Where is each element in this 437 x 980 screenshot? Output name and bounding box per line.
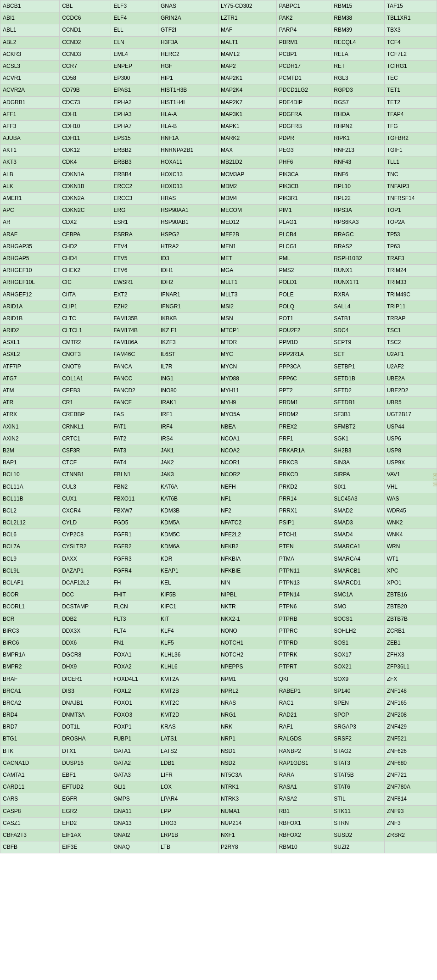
gene-cell: CTCF <box>60 457 111 469</box>
gene-cell: PHF6 <box>276 156 331 168</box>
gene-cell: PRKCD <box>276 469 331 481</box>
gene-cell: RASA1 <box>276 781 331 793</box>
table-row: CBFA2T3EIF1AXGNAI2LRP1BNXF1RBFOX2SUSD2ZR… <box>0 829 437 841</box>
gene-cell: ZNF165 <box>384 697 437 709</box>
gene-cell: BRD7 <box>0 721 60 733</box>
gene-cell: ZNF3 <box>384 817 437 829</box>
gene-cell: ESR1 <box>111 217 158 228</box>
gene-cell: HOXC13 <box>158 168 218 180</box>
table-row: ABL2CCND2ELNH3F3AMALT1PBRM1RECQL4TCF4 <box>0 36 437 48</box>
gene-cell: DNMT3A <box>60 709 111 721</box>
gene-cell: CASP8 <box>0 805 60 817</box>
gene-cell: CDK4 <box>60 156 111 168</box>
gene-cell: PDGFRB <box>276 120 331 132</box>
gene-cell: SEPT9 <box>331 337 384 349</box>
gene-cell: NSD1 <box>218 745 276 757</box>
gene-cell: KLHL36 <box>158 649 218 661</box>
gene-cell: IRF1 <box>158 409 218 421</box>
table-row: ACSL3CCR7ENPEPHGFMAP2PCDH17RETTCIRG1 <box>0 60 437 72</box>
gene-cell: BCR <box>0 613 60 625</box>
gene-cell: ARHGAP35 <box>0 240 60 252</box>
gene-cell: CLTC <box>60 312 111 324</box>
gene-cell: IKBKB <box>158 312 218 324</box>
gene-cell: CDK12 <box>60 145 111 156</box>
gene-cell: POT1 <box>276 312 331 324</box>
gene-cell: ZNF93 <box>384 805 437 817</box>
gene-cell: CBFA2T3 <box>0 829 60 841</box>
gene-cell: COL1A1 <box>60 373 111 384</box>
gene-cell: AKT1 <box>0 145 60 156</box>
gene-cell: ZNF626 <box>384 745 437 757</box>
gene-cell: RAC1 <box>276 697 331 709</box>
gene-cell: AR <box>0 217 60 228</box>
gene-cell: PBRM1 <box>276 36 331 48</box>
gene-cell: U2AF1 <box>384 349 437 361</box>
gene-cell: MCM3AP <box>218 168 276 180</box>
table-row: ARHGAP5CHD4ETV5ID3METPMLRSPH10B2TRAF3 <box>0 252 437 264</box>
gene-cell: ARID1B <box>0 312 60 324</box>
table-row: ABCB1CBLELF3GNASLY75-CD302PABPC1RBM15TAF… <box>0 0 437 12</box>
gene-cell: ACKR3 <box>0 48 60 60</box>
gene-cell: USP6 <box>384 433 437 445</box>
gene-cell: PTCH1 <box>276 529 331 541</box>
gene-cell: STK11 <box>331 805 384 817</box>
gene-cell: PSIP1 <box>276 517 331 529</box>
gene-cell: ETV5 <box>111 252 158 264</box>
gene-cell: ERBB2 <box>111 145 158 156</box>
gene-cell: CD58 <box>60 72 111 84</box>
gene-cell: IRF4 <box>158 421 218 433</box>
gene-cell: INO80 <box>158 385 218 397</box>
gene-cell: RUNX1 <box>331 265 384 277</box>
gene-cell: USP44 <box>384 421 437 433</box>
gene-cell: FANCD2 <box>111 385 158 397</box>
gene-cell: CHD4 <box>60 252 111 264</box>
gene-cell: FLT3 <box>111 613 158 625</box>
gene-cell: SIRPA <box>331 469 384 481</box>
gene-cell: MYH11 <box>218 385 276 397</box>
gene-cell: BCLAF1 <box>0 577 60 589</box>
table-row: BCLAF1DCAF12L2FHKELNINPTPN13SMARCD1XPO1 <box>0 577 437 589</box>
gene-cell: CPEB3 <box>60 385 111 397</box>
gene-cell: DHX9 <box>60 661 111 673</box>
gene-cell: CLTCL1 <box>60 325 111 337</box>
gene-cell: MYO5A <box>218 409 276 421</box>
gene-cell: RALGDS <box>276 733 331 745</box>
gene-cell: ERBB4 <box>111 168 158 180</box>
gene-cell: RBM39 <box>331 24 384 36</box>
gene-cell: FAM186A <box>111 337 158 349</box>
gene-cell: LATS1 <box>158 733 218 745</box>
gene-cell: ASXL1 <box>0 337 60 349</box>
table-row: ARHGAP35CHD2ETV4HTRA2MEN1PLCG1RRAS2TP63 <box>0 240 437 252</box>
gene-cell: EIF1AX <box>60 829 111 841</box>
gene-cell: BRCA2 <box>0 697 60 709</box>
gene-cell: PPP6C <box>276 373 331 384</box>
gene-cell: ATF7IP <box>0 361 60 373</box>
gene-cell: AFF3 <box>0 120 60 132</box>
gene-cell: PRRX1 <box>276 505 331 517</box>
gene-cell: EHD2 <box>60 817 111 829</box>
gene-cell: KIT <box>158 613 218 625</box>
gene-cell: NRK <box>218 721 276 733</box>
gene-cell: KMT2B <box>158 685 218 697</box>
gene-cell: SALL4 <box>331 301 384 312</box>
gene-cell: SMC1A <box>331 589 384 601</box>
gene-cell: AJUBA <box>0 133 60 145</box>
gene-cell: GTF2I <box>158 24 218 36</box>
gene-cell: SMARCA4 <box>331 553 384 565</box>
gene-cell: NIPBL <box>218 589 276 601</box>
table-row: ARHGEF10CHEK2ETV6IDH1MGAPMS2RUNX1TRIM24 <box>0 265 437 277</box>
gene-cell: WAS <box>384 493 437 505</box>
gene-cell: BMPR1A <box>0 649 60 661</box>
gene-cell: MEF2B <box>218 228 276 240</box>
gene-cell: BCL2 <box>0 505 60 517</box>
gene-cell: MB21D2 <box>218 156 276 168</box>
table-row: CAMTA1EBF1GATA3LIFRNT5C3ARARASTAT5BZNF72… <box>0 769 437 781</box>
table-row: BCL9LDAZAP1FGFR4KEAP1NFKBIEPTPN11SMARCB1… <box>0 565 437 577</box>
gene-cell: SUSD2 <box>331 829 384 841</box>
gene-cell: PIK3CB <box>276 180 331 192</box>
gene-cell: CMTR2 <box>60 337 111 349</box>
gene-cell: FOXD4L1 <box>111 673 158 685</box>
gene-cell: TLL1 <box>384 156 437 168</box>
gene-cell: AMER1 <box>0 193 60 205</box>
gene-cell: IRAK1 <box>158 397 218 409</box>
